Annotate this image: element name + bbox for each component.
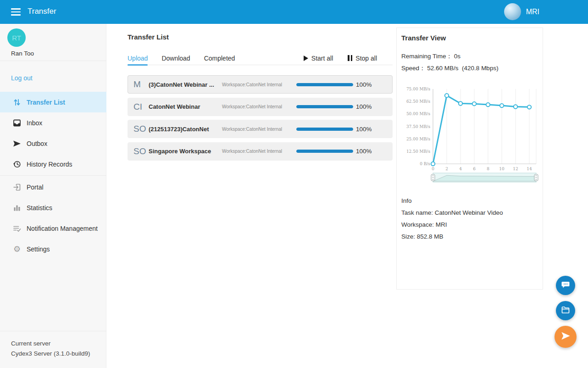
speed-line-chart: 75.00 MB/s62.50 MB/s50.00 MB/s37.50 MB/s… bbox=[401, 86, 543, 186]
item-initials: SO bbox=[133, 146, 149, 156]
sidebar-item-statistics[interactable]: Statistics bbox=[0, 197, 106, 218]
transfer-arrows-icon bbox=[12, 98, 22, 107]
speed-readout: Speed： 52.60 MB/s (420.8 Mbps) bbox=[401, 64, 499, 72]
tab-bar: Upload Download Completed Start all Stop… bbox=[128, 51, 393, 65]
history-clock-icon bbox=[12, 160, 22, 169]
datazoom-handle[interactable] bbox=[431, 174, 435, 181]
brand-sphere-logo-icon bbox=[504, 3, 521, 20]
sidebar-item-outbox[interactable]: Outbox bbox=[0, 133, 106, 154]
item-initials: CI bbox=[133, 102, 149, 112]
transfer-row[interactable]: M (3)CatonNet Webinar ... Workspace:Cato… bbox=[128, 75, 393, 94]
chat-bubble-icon bbox=[560, 279, 571, 292]
remaining-time: Remaining Time： 0s bbox=[401, 52, 460, 61]
play-icon bbox=[304, 56, 308, 61]
panel-title: Transfer View bbox=[401, 34, 446, 42]
server-version: Cydex3 Server (3.1.0-build9) bbox=[11, 350, 90, 357]
inbox-icon bbox=[12, 118, 22, 128]
stop-all-button[interactable]: Stop all bbox=[348, 55, 377, 62]
sidebar-item-portal[interactable]: Portal bbox=[0, 177, 106, 197]
divider bbox=[0, 175, 106, 176]
item-title: CatonNet Webinar bbox=[149, 103, 222, 110]
svg-text:50.00 MB/s: 50.00 MB/s bbox=[406, 112, 430, 116]
folder-fab-button[interactable] bbox=[556, 301, 575, 320]
tab-download[interactable]: Download bbox=[161, 51, 190, 65]
svg-text:37.50 MB/s: 37.50 MB/s bbox=[406, 124, 430, 129]
tab-completed[interactable]: Completed bbox=[204, 51, 235, 65]
sidebar-nav: Transfer List Inbox Outbox History Recor… bbox=[0, 92, 106, 259]
transfer-view-panel: Transfer View Remaining Time： 0s Speed： … bbox=[396, 28, 543, 290]
sidebar-item-notification-management[interactable]: Notification Management bbox=[0, 218, 106, 239]
info-workspace: Workspace: MRI bbox=[401, 219, 503, 231]
transfer-list: M (3)CatonNet Webinar ... Workspace:Cato… bbox=[128, 75, 393, 164]
bar-chart-icon bbox=[12, 203, 22, 212]
stop-all-label: Stop all bbox=[355, 55, 377, 62]
info-task-name: Task name: CatonNet Webinar Video bbox=[401, 207, 503, 219]
svg-text:10: 10 bbox=[499, 167, 505, 171]
gear-icon: ⚙ bbox=[12, 245, 22, 254]
svg-text:8: 8 bbox=[487, 167, 489, 171]
sidebar-item-transfer-list[interactable]: Transfer List bbox=[0, 92, 106, 112]
hamburger-menu-icon[interactable] bbox=[11, 8, 21, 16]
brand-name: MRI bbox=[526, 8, 539, 16]
info-size: Size: 852.8 MB bbox=[401, 231, 503, 243]
svg-text:12: 12 bbox=[513, 167, 518, 171]
item-title: (3)CatonNet Webinar ... bbox=[149, 81, 222, 88]
sidebar-item-inbox[interactable]: Inbox bbox=[0, 112, 106, 133]
divider bbox=[0, 61, 106, 61]
sidebar-item-label: Settings bbox=[27, 245, 50, 253]
svg-text:14: 14 bbox=[527, 167, 532, 171]
svg-text:12.50 MB/s: 12.50 MB/s bbox=[406, 149, 430, 154]
svg-text:0: 0 bbox=[432, 167, 434, 171]
speed-value: 52.60 MB/s (420.8 Mbps) bbox=[427, 65, 498, 72]
page-title: Transfer List bbox=[128, 33, 169, 41]
sidebar: RT Ran Too Log out Transfer List Inbox bbox=[0, 24, 106, 368]
transfer-row[interactable]: CI CatonNet Webinar Workspace:CatonNet I… bbox=[128, 98, 393, 116]
sidebar-item-settings[interactable]: ⚙ Settings bbox=[0, 239, 106, 259]
chat-fab-button[interactable] bbox=[556, 276, 575, 295]
sidebar-item-label: Portal bbox=[27, 184, 44, 191]
app-header: Transfer MRI bbox=[0, 0, 588, 24]
notification-list-check-icon bbox=[12, 224, 22, 233]
sidebar-item-label: Notification Management bbox=[27, 225, 98, 232]
send-fab-button[interactable] bbox=[555, 326, 577, 348]
transfer-row[interactable]: SO (212513723)CatonNet Workspace:CatonNe… bbox=[128, 120, 393, 138]
server-label: Current server bbox=[11, 340, 50, 347]
remaining-time-label: Remaining Time： bbox=[401, 53, 452, 60]
svg-text:4: 4 bbox=[459, 167, 462, 171]
start-all-button[interactable]: Start all bbox=[304, 55, 333, 62]
sidebar-item-label: Statistics bbox=[27, 204, 52, 212]
progress-percent: 100% bbox=[356, 103, 372, 110]
item-title: (212513723)CatonNet bbox=[149, 126, 222, 133]
datazoom-handle[interactable] bbox=[534, 174, 538, 181]
sidebar-item-label: Inbox bbox=[27, 119, 42, 127]
send-icon bbox=[12, 139, 22, 148]
item-title: Singapore Workspace bbox=[149, 148, 222, 155]
svg-text:25.00 MB/s: 25.00 MB/s bbox=[406, 137, 430, 141]
list-actions: Start all Stop all bbox=[304, 55, 377, 62]
svg-text:6: 6 bbox=[473, 167, 476, 171]
svg-text:75.00 MB/s: 75.00 MB/s bbox=[406, 87, 430, 91]
tab-upload[interactable]: Upload bbox=[128, 51, 148, 65]
progress-percent: 100% bbox=[356, 148, 372, 155]
svg-text:0 B/s: 0 B/s bbox=[420, 162, 430, 166]
item-workspace: Workspace:CatonNet Internal bbox=[222, 127, 296, 132]
transfer-row[interactable]: SO Singapore Workspace Workspace:CatonNe… bbox=[128, 142, 393, 161]
speed-label: Speed： bbox=[401, 65, 426, 72]
tab-label: Upload bbox=[128, 55, 148, 62]
progress-percent: 100% bbox=[356, 126, 372, 133]
app-title: Transfer bbox=[28, 7, 56, 16]
portal-icon bbox=[12, 183, 22, 192]
tab-label: Completed bbox=[204, 55, 235, 62]
app-window: Transfer MRI RT Ran Too Log out Transfer… bbox=[0, 0, 588, 368]
progress-bar bbox=[296, 83, 353, 86]
user-name: Ran Too bbox=[11, 50, 34, 57]
user-avatar[interactable]: RT bbox=[7, 28, 26, 47]
info-section: Info Task name: CatonNet Webinar Video W… bbox=[401, 195, 503, 243]
info-heading: Info bbox=[401, 195, 503, 207]
progress-bar bbox=[296, 150, 353, 153]
sidebar-item-history-records[interactable]: History Records bbox=[0, 154, 106, 174]
logout-link[interactable]: Log out bbox=[11, 74, 33, 82]
divider bbox=[0, 331, 106, 331]
sidebar-item-label: Transfer List bbox=[27, 99, 65, 106]
item-workspace: Workspace:CatonNet Internal bbox=[222, 149, 296, 154]
